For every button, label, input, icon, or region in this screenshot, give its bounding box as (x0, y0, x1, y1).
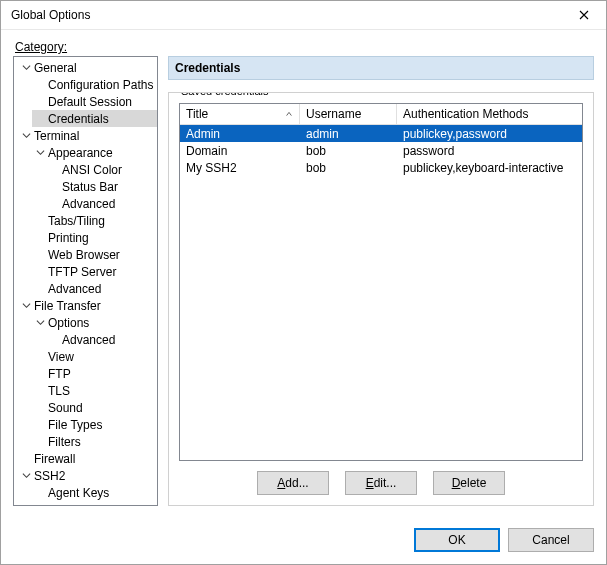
tree-item-ansi-color[interactable]: ANSI Color (46, 161, 157, 178)
tree-item-tabs-tiling[interactable]: Tabs/Tiling (32, 212, 157, 229)
cell-title: Admin (180, 127, 300, 141)
table-row[interactable]: Domainbobpassword (180, 142, 582, 159)
title-bar: Global Options (1, 1, 606, 30)
tree-item-options[interactable]: Options (32, 314, 157, 331)
edit-button[interactable]: Edit... (345, 471, 417, 495)
table-header: Title Username Authentication Methods (180, 104, 582, 125)
tree-item-agent-keys[interactable]: Agent Keys (32, 484, 157, 501)
credentials-table: Title Username Authentication Methods Ad… (179, 103, 583, 461)
table-row[interactable]: Adminadminpublickey,password (180, 125, 582, 142)
cell-username: bob (300, 161, 397, 175)
tree-item-status-bar[interactable]: Status Bar (46, 178, 157, 195)
tree-item-web-browser[interactable]: Web Browser (32, 246, 157, 263)
chevron-down-icon[interactable] (20, 300, 32, 312)
tree-item-file-transfer[interactable]: File Transfer (18, 297, 157, 314)
category-tree[interactable]: General Configuration Paths Default Sess… (13, 56, 158, 506)
tree-item-printing[interactable]: Printing (32, 229, 157, 246)
close-button[interactable] (561, 1, 606, 29)
saved-credentials-group: Saved credentials Title Username Au (168, 92, 594, 506)
tree-item-credentials[interactable]: Credentials (32, 110, 157, 127)
tree-item-ssh-host-keys[interactable]: SSH Host Keys (18, 501, 157, 506)
cell-auth: password (397, 144, 582, 158)
delete-button[interactable]: Delete (433, 471, 505, 495)
tree-item-file-types[interactable]: File Types (32, 416, 157, 433)
window-title: Global Options (11, 8, 90, 22)
column-header-title[interactable]: Title (180, 104, 300, 124)
sort-asc-icon (285, 107, 293, 121)
cell-title: Domain (180, 144, 300, 158)
tree-item-options-advanced[interactable]: Advanced (46, 331, 157, 348)
dialog-footer: OK Cancel (1, 518, 606, 564)
content-area: General Configuration Paths Default Sess… (13, 56, 594, 506)
chevron-down-icon[interactable] (20, 62, 32, 74)
cell-title: My SSH2 (180, 161, 300, 175)
settings-panel: Credentials Saved credentials Title User… (168, 56, 594, 506)
tree-item-ftp[interactable]: FTP (32, 365, 157, 382)
tree-item-tftp-server[interactable]: TFTP Server (32, 263, 157, 280)
tree-item-firewall[interactable]: Firewall (18, 450, 157, 467)
panel-title: Credentials (168, 56, 594, 80)
cancel-button[interactable]: Cancel (508, 528, 594, 552)
table-row[interactable]: My SSH2bobpublickey,keyboard-interactive (180, 159, 582, 176)
cell-auth: publickey,keyboard-interactive (397, 161, 582, 175)
tree-item-view[interactable]: View (32, 348, 157, 365)
close-icon (579, 10, 589, 20)
chevron-down-icon[interactable] (20, 130, 32, 142)
tree-item-default-session[interactable]: Default Session (32, 93, 157, 110)
tree-item-appearance[interactable]: Appearance (32, 144, 157, 161)
add-button[interactable]: Add... (257, 471, 329, 495)
column-header-auth[interactable]: Authentication Methods (397, 104, 582, 124)
tree-item-ssh2[interactable]: SSH2 (18, 467, 157, 484)
cell-username: bob (300, 144, 397, 158)
group-title: Saved credentials (177, 92, 272, 97)
tree-item-filters[interactable]: Filters (32, 433, 157, 450)
dialog-body: Category: General Configuration Paths De… (1, 30, 606, 518)
ok-button[interactable]: OK (414, 528, 500, 552)
chevron-down-icon[interactable] (20, 470, 32, 482)
tree-item-configuration-paths[interactable]: Configuration Paths (32, 76, 157, 93)
group-button-row: Add... Edit... Delete (179, 471, 583, 495)
tree-item-terminal-advanced[interactable]: Advanced (32, 280, 157, 297)
cell-username: admin (300, 127, 397, 141)
category-label: Category: (15, 40, 594, 54)
tree-item-tls[interactable]: TLS (32, 382, 157, 399)
table-body: Adminadminpublickey,passwordDomainbobpas… (180, 125, 582, 460)
chevron-down-icon[interactable] (34, 317, 46, 329)
tree-item-general[interactable]: General (18, 59, 157, 76)
cell-auth: publickey,password (397, 127, 582, 141)
column-header-username[interactable]: Username (300, 104, 397, 124)
tree-item-terminal[interactable]: Terminal (18, 127, 157, 144)
chevron-down-icon[interactable] (34, 147, 46, 159)
tree-item-appearance-advanced[interactable]: Advanced (46, 195, 157, 212)
tree-item-sound[interactable]: Sound (32, 399, 157, 416)
dialog-window: Global Options Category: General Configu… (0, 0, 607, 565)
